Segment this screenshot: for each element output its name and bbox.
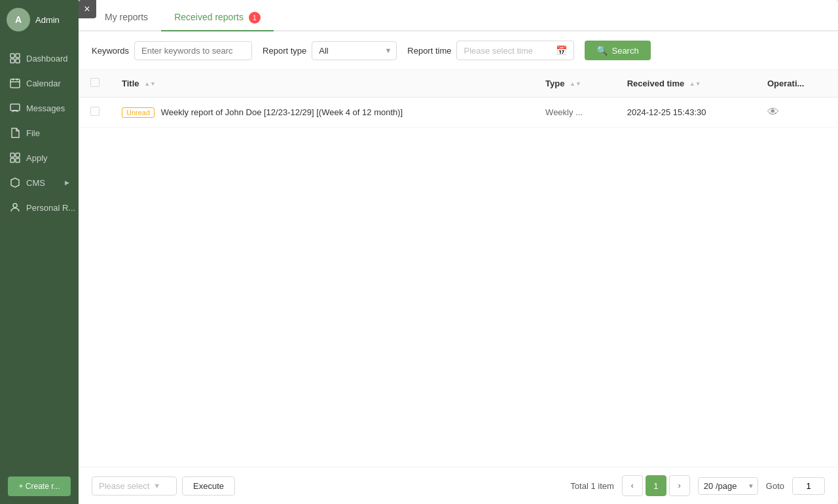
sidebar-item-label: Apply: [26, 153, 48, 163]
sidebar-item-apply[interactable]: Apply: [0, 145, 79, 170]
select-all-checkbox[interactable]: [90, 78, 100, 87]
col-type: Type ▲▼: [535, 70, 617, 98]
svg-rect-8: [10, 104, 20, 111]
svg-point-13: [13, 204, 17, 207]
file-icon: [9, 127, 21, 139]
svg-rect-0: [10, 54, 14, 58]
svg-rect-10: [16, 153, 20, 157]
footer: Please select ▼ Execute Total 1 item ‹ 1…: [79, 467, 838, 504]
sidebar-item-label: Personal R...: [26, 203, 75, 213]
svg-rect-11: [10, 158, 14, 162]
per-page-select[interactable]: 10 /page 20 /page 50 /page 100 /page: [698, 477, 758, 495]
sidebar-item-label: Messages: [26, 103, 65, 113]
goto-input[interactable]: [792, 477, 825, 495]
keywords-label: Keywords: [92, 46, 129, 56]
report-type-field: Report type All Weekly Monthly Daily ▼: [263, 41, 397, 60]
sidebar-item-label: Dashboard: [26, 54, 68, 63]
page-1-button[interactable]: 1: [646, 475, 666, 496]
col-operation: Operati...: [757, 70, 838, 98]
svg-rect-3: [16, 59, 20, 63]
view-icon[interactable]: 👁: [767, 105, 779, 118]
svg-rect-12: [16, 158, 20, 162]
next-page-button[interactable]: ›: [669, 475, 690, 496]
sidebar-item-calendar[interactable]: Calendar: [0, 71, 79, 96]
reports-table: Title ▲▼ Type ▲▼ Received time ▲▼ Operat…: [79, 70, 838, 128]
row-time-cell: 2024-12-25 15:43:30: [617, 98, 757, 128]
sidebar-username: Admin: [35, 15, 60, 25]
svg-rect-1: [16, 54, 20, 58]
search-icon: 🔍: [596, 45, 608, 56]
goto-label: Goto: [766, 481, 784, 491]
report-title: Weekly report of John Doe [12/23-12/29] …: [161, 107, 403, 117]
modal: × My reports Received reports 1 Keywords…: [79, 0, 838, 504]
expand-icon: ▶: [65, 179, 69, 186]
row-checkbox[interactable]: [90, 107, 100, 116]
sort-icon[interactable]: ▲▼: [144, 81, 156, 87]
row-type-cell: Weekly ...: [535, 98, 617, 128]
sidebar-item-file[interactable]: File: [0, 120, 79, 145]
row-title-cell: Unread Weekly report of John Doe [12/23-…: [111, 98, 535, 128]
report-type-select[interactable]: All Weekly Monthly Daily: [312, 41, 397, 60]
svg-rect-4: [10, 79, 20, 88]
avatar: A: [7, 8, 30, 31]
message-icon: [9, 102, 21, 114]
sidebar-nav: Dashboard Calendar Messages: [0, 39, 79, 469]
prev-page-button[interactable]: ‹: [622, 475, 643, 496]
col-received-time: Received time ▲▼: [617, 70, 757, 98]
pagination: ‹ 1 ›: [622, 475, 690, 496]
execute-button[interactable]: Execute: [182, 477, 235, 495]
create-button[interactable]: + Create r...: [8, 477, 71, 496]
sidebar-item-personal[interactable]: Personal R... ▶: [0, 195, 79, 220]
cms-icon: [9, 177, 21, 189]
report-type-label: Report type: [263, 46, 306, 56]
grid-icon: [9, 52, 21, 64]
sidebar-item-cms[interactable]: CMS ▶: [0, 170, 79, 195]
chevron-down-icon: ▼: [153, 482, 160, 490]
report-time-field: Report time Please select time 📅: [407, 41, 574, 60]
sidebar-item-messages[interactable]: Messages: [0, 96, 79, 120]
tab-badge: 1: [249, 12, 261, 24]
keywords-field: Keywords: [92, 41, 252, 60]
calendar-icon: [9, 77, 21, 89]
keywords-input[interactable]: [134, 41, 252, 60]
person-icon: [9, 202, 21, 213]
date-picker[interactable]: Please select time 📅: [456, 41, 574, 60]
search-button[interactable]: 🔍 Search: [585, 41, 650, 60]
sidebar-item-label: File: [26, 128, 40, 138]
tab-received-reports[interactable]: Received reports 1: [161, 5, 274, 31]
footer-left: Please select ▼ Execute: [92, 477, 235, 495]
sidebar-bottom: + Create r...: [0, 469, 79, 504]
sidebar-item-label: CMS: [26, 178, 45, 188]
sort-icon[interactable]: ▲▼: [570, 81, 581, 87]
close-button[interactable]: ×: [79, 0, 96, 18]
sidebar: A Admin Dashboard: [0, 0, 79, 504]
per-page-wrapper: 10 /page 20 /page 50 /page 100 /page ▼: [698, 477, 758, 495]
sidebar-header: A Admin: [0, 0, 79, 39]
sort-icon[interactable]: ▲▼: [689, 81, 701, 87]
sidebar-item-label: Calendar: [26, 79, 61, 88]
row-operation-cell: 👁: [757, 98, 838, 128]
svg-rect-9: [10, 153, 14, 157]
tab-my-reports[interactable]: My reports: [92, 5, 161, 31]
batch-action-select[interactable]: Please select ▼: [92, 477, 177, 495]
total-count: Total 1 item: [570, 481, 613, 491]
footer-right: Total 1 item ‹ 1 › 10 /page 20 /page 50 …: [570, 475, 825, 496]
report-time-label: Report time: [407, 46, 451, 56]
col-title: Title ▲▼: [111, 70, 535, 98]
svg-rect-2: [10, 59, 14, 63]
report-type-wrapper: All Weekly Monthly Daily ▼: [312, 41, 397, 60]
table-container: Title ▲▼ Type ▲▼ Received time ▲▼ Operat…: [79, 70, 838, 467]
calendar-icon: 📅: [556, 45, 567, 56]
col-checkbox: [79, 70, 111, 98]
sidebar-item-dashboard[interactable]: Dashboard: [0, 46, 79, 71]
apps-icon: [9, 152, 21, 164]
search-bar: Keywords Report type All Weekly Monthly …: [79, 31, 838, 70]
table-row: Unread Weekly report of John Doe [12/23-…: [79, 98, 838, 128]
row-checkbox-cell: [79, 98, 111, 128]
unread-badge: Unread: [122, 107, 155, 118]
date-placeholder: Please select time: [464, 46, 533, 56]
tabs-bar: My reports Received reports 1: [79, 0, 838, 31]
